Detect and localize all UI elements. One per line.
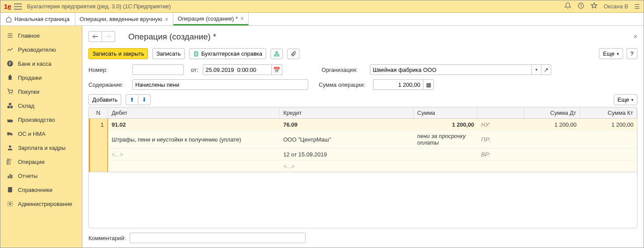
content-label: Содержание: [88, 81, 128, 88]
svg-point-6 [9, 93, 10, 94]
nav-back-button[interactable]: 🡠 [88, 31, 102, 42]
svg-rect-17 [11, 175, 13, 178]
svg-rect-11 [7, 132, 11, 135]
close-icon[interactable]: × [240, 15, 244, 22]
table-more-button[interactable]: Еще ▾ [614, 94, 637, 105]
col-sdt: Сумма Дт [524, 107, 580, 118]
open-ref-icon[interactable]: ↗ [542, 64, 551, 75]
close-page-icon[interactable]: × [633, 33, 637, 41]
move-up-button[interactable]: ⬆ [126, 94, 138, 105]
svg-point-12 [8, 135, 9, 136]
sidebar-item-manager[interactable]: Руководителю [0, 43, 82, 57]
comment-input[interactable] [130, 233, 306, 243]
tree-button[interactable] [271, 49, 283, 59]
calculator-icon[interactable]: ▦ [423, 79, 434, 90]
debit-account[interactable]: 91.02 [108, 119, 280, 130]
gear-icon [7, 200, 14, 207]
star-icon[interactable] [591, 2, 598, 11]
svg-point-19 [9, 203, 11, 205]
help-button[interactable]: ? [626, 48, 637, 59]
content-input[interactable] [132, 79, 308, 90]
credit-account[interactable]: 76.09 [280, 119, 414, 130]
credit-subconto2[interactable]: 12 от 15.09.2019 [280, 149, 414, 160]
credit-subconto3[interactable]: <...> [280, 161, 414, 172]
more-button[interactable]: Еще ▾ [599, 48, 623, 59]
menu-icon[interactable] [14, 4, 22, 10]
user-menu-icon[interactable]: ☰ [634, 3, 640, 10]
sidebar-item-reports[interactable]: Отчеты [0, 169, 82, 183]
sidebar-item-purchases[interactable]: Покупки [0, 85, 82, 99]
print-icon [193, 51, 199, 57]
sidebar-item-admin[interactable]: Администрирование [0, 197, 82, 211]
svg-text:₽: ₽ [9, 61, 11, 66]
user-label[interactable]: Оксана В [604, 3, 628, 10]
org-label: Организация: [322, 67, 366, 73]
sidebar-item-sales[interactable]: Продажи [0, 71, 82, 85]
sidebar-item-warehouse[interactable]: Склад [0, 99, 82, 113]
hierarchy-icon [274, 51, 280, 57]
sidebar-item-bank[interactable]: ₽Банк и касса [0, 57, 82, 71]
tab-operations-manual[interactable]: Операции, введенные вручную × [75, 13, 173, 25]
home-tab-label: Начальная страница [14, 16, 70, 22]
truck-icon [7, 130, 14, 137]
sum-input[interactable] [373, 79, 423, 90]
svg-point-14 [9, 145, 11, 148]
attach-button[interactable] [287, 49, 299, 59]
sidebar-item-hr[interactable]: Зарплата и кадры [0, 141, 82, 155]
grid-header: N Дебет Кредит Сумма Сумма Дт Сумма Кт [89, 107, 637, 119]
close-icon[interactable]: × [165, 16, 169, 23]
accounting-ref-button[interactable]: Бухгалтерская справка [189, 48, 266, 59]
svg-rect-21 [195, 51, 197, 53]
pr-label: ПР: [478, 134, 524, 145]
sum-kt[interactable]: 1 200,00 [580, 119, 637, 130]
bars-icon [7, 172, 14, 179]
number-label: Номер: [88, 67, 128, 73]
factory-icon [7, 116, 14, 123]
sum-note[interactable]: пени за просрочку оплаты [414, 131, 478, 148]
number-input[interactable] [132, 64, 184, 75]
sum-label: Сумма операции: [319, 81, 369, 88]
entries-grid: N Дебет Кредит Сумма Сумма Дт Сумма Кт 1… [88, 107, 637, 228]
org-input[interactable] [370, 64, 532, 75]
svg-rect-15 [8, 176, 9, 178]
calendar-icon[interactable]: 📅 [272, 64, 282, 75]
col-credit: Кредит [280, 107, 414, 118]
svg-rect-24 [274, 55, 276, 56]
ruble-icon: ₽ [7, 60, 14, 67]
sidebar-item-main[interactable]: Главное [0, 28, 82, 43]
add-row-button[interactable]: Добавить [88, 94, 121, 105]
svg-rect-9 [11, 106, 13, 108]
row-sum[interactable]: 1 200,00 [414, 119, 478, 130]
col-n: N [89, 107, 108, 118]
grid-row[interactable]: 1 91.02 76.09 1 200,00 НУ: 1 200,00 1 20… [89, 119, 637, 172]
sidebar-item-operations[interactable]: ДтКтОперации [0, 155, 82, 169]
date-input[interactable] [203, 64, 272, 75]
bell-icon[interactable] [564, 2, 571, 11]
sidebar-item-assets[interactable]: ОС и НМА [0, 127, 82, 141]
tab-operation-create[interactable]: Операция (создание) * × [173, 13, 249, 25]
sidebar-item-refs[interactable]: Справочники [0, 183, 82, 197]
logo-1c: 1e [4, 3, 11, 10]
chevron-down-icon[interactable]: ▾ [532, 64, 542, 75]
svg-rect-16 [10, 174, 11, 178]
dtkt-icon: ДтКт [7, 158, 14, 165]
save-button[interactable]: Записать [152, 48, 185, 59]
chart-icon [7, 46, 14, 53]
move-down-button[interactable]: ⬇ [138, 94, 151, 105]
vr-label: ВР: [478, 149, 524, 160]
sidebar-item-production[interactable]: Производство [0, 113, 82, 127]
svg-rect-22 [195, 55, 197, 56]
nav-forward-button[interactable]: 🡢 [102, 31, 115, 42]
debit-subconto1[interactable]: Штрафы, пени и неустойки к получению (уп… [108, 134, 280, 145]
grid-empty-area[interactable] [89, 172, 637, 228]
boxes-icon [7, 102, 14, 109]
sum-dt[interactable]: 1 200,00 [524, 119, 580, 130]
home-tab[interactable]: Начальная страница [0, 13, 75, 25]
paperclip-icon [290, 51, 296, 57]
credit-subconto1[interactable]: ООО "ЦентрМаш" [280, 134, 414, 145]
history-icon[interactable] [577, 2, 584, 11]
save-close-button[interactable]: Записать и закрыть [88, 48, 148, 59]
svg-rect-25 [278, 55, 279, 56]
debit-subconto2[interactable]: <...> [108, 149, 280, 160]
svg-point-13 [11, 135, 12, 136]
